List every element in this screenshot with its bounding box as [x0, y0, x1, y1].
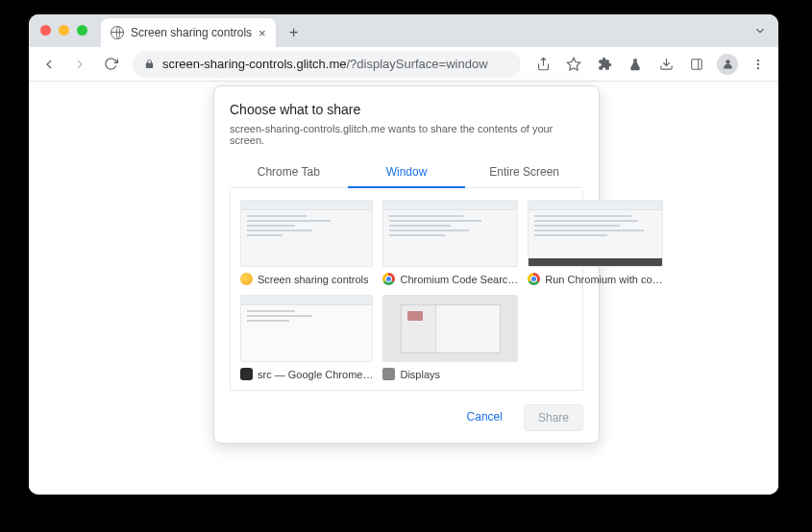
browser-window: Screen sharing controls × + screen-shari…	[29, 14, 778, 495]
modal-subtitle: screen-sharing-controls.glitch.me wants …	[230, 123, 583, 146]
favicon-icon	[382, 273, 395, 285]
svg-point-7	[757, 62, 759, 64]
window-label: Chromium Code Searc…	[400, 274, 518, 285]
window-thumbnail	[528, 200, 662, 267]
page-content: Choose what to share screen-sharing-cont…	[29, 82, 778, 495]
downloads-button[interactable]	[653, 52, 678, 77]
share-source-item[interactable]: Displays	[382, 295, 518, 380]
globe-icon	[111, 26, 124, 39]
modal-title: Choose what to share	[230, 102, 583, 117]
svg-rect-3	[692, 59, 702, 69]
share-source-item[interactable]: Run Chromium with co…	[528, 200, 662, 285]
avatar-icon	[717, 54, 738, 75]
modal-actions: Cancel Share	[230, 404, 583, 431]
favicon-icon	[382, 368, 395, 380]
window-controls	[40, 25, 87, 36]
labs-icon[interactable]	[623, 52, 648, 77]
share-source-grid: Screen sharing controls	[230, 190, 583, 391]
forward-button[interactable]	[67, 52, 92, 77]
lock-icon	[144, 59, 155, 69]
svg-point-5	[726, 60, 729, 63]
window-label: Displays	[400, 369, 440, 380]
tab-title: Screen sharing controls	[131, 26, 252, 39]
share-source-item[interactable]: Screen sharing controls	[240, 200, 373, 285]
window-label: Screen sharing controls	[258, 274, 369, 285]
address-bar[interactable]: screen-sharing-controls.glitch.me/?displ…	[133, 51, 521, 78]
window-label: src — Google Chrome…	[258, 369, 373, 380]
extensions-button[interactable]	[592, 52, 617, 77]
toolbar: screen-sharing-controls.glitch.me/?displ…	[29, 47, 778, 82]
url-text: screen-sharing-controls.glitch.me/?displ…	[162, 57, 488, 71]
new-tab-button[interactable]: +	[282, 20, 307, 45]
back-button[interactable]	[37, 52, 62, 77]
browser-tab[interactable]: Screen sharing controls ×	[101, 18, 276, 47]
window-thumbnail	[382, 295, 518, 362]
bookmark-button[interactable]	[561, 52, 586, 77]
window-thumbnail	[240, 295, 373, 362]
expand-tabs-button[interactable]	[753, 24, 767, 37]
svg-point-6	[757, 59, 759, 60]
cancel-button[interactable]: Cancel	[454, 404, 516, 431]
favicon-icon	[240, 368, 253, 380]
tab-chrome-tab[interactable]: Chrome Tab	[230, 157, 348, 187]
share-type-tabs: Chrome Tab Window Entire Screen	[230, 157, 583, 188]
reload-button[interactable]	[98, 52, 123, 77]
share-button[interactable]: Share	[524, 404, 583, 431]
tab-window[interactable]: Window	[348, 157, 466, 188]
share-page-button[interactable]	[530, 52, 555, 77]
screen-share-modal: Choose what to share screen-sharing-cont…	[213, 85, 600, 444]
svg-point-8	[757, 66, 759, 68]
window-thumbnail	[382, 200, 518, 267]
menu-button[interactable]	[746, 52, 771, 77]
window-thumbnail	[240, 200, 373, 267]
share-source-item[interactable]: src — Google Chrome…	[240, 295, 373, 380]
share-source-item[interactable]: Chromium Code Searc…	[382, 200, 518, 285]
minimize-window-button[interactable]	[59, 25, 69, 36]
favicon-icon	[240, 273, 253, 285]
svg-marker-1	[567, 58, 579, 70]
sidepanel-button[interactable]	[684, 52, 709, 77]
tab-strip: Screen sharing controls × +	[29, 14, 778, 47]
profile-button[interactable]	[715, 52, 740, 77]
tab-entire-screen[interactable]: Entire Screen	[465, 157, 583, 187]
close-window-button[interactable]	[40, 25, 51, 36]
maximize-window-button[interactable]	[77, 25, 87, 36]
window-label: Run Chromium with co…	[545, 274, 662, 285]
favicon-icon	[528, 273, 540, 285]
close-tab-button[interactable]: ×	[258, 26, 266, 40]
